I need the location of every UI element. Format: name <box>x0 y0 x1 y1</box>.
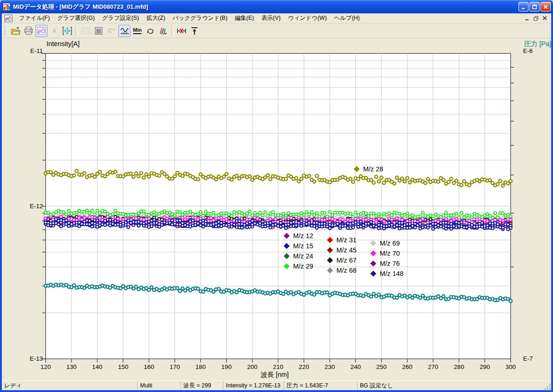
left-tick-e13: E-13 <box>29 355 43 362</box>
title-bar[interactable]: MIDデータ処理 - [MIDグラフ MID080723_01.mfd] <box>0 0 553 13</box>
fit-view-button[interactable] <box>61 25 73 37</box>
menu-g[interactable]: グラフ選択(G) <box>53 14 98 22</box>
mdi-window-buttons <box>524 15 551 22</box>
menu-z[interactable]: 拡大(Z) <box>143 14 169 22</box>
maximize-button[interactable] <box>529 2 540 12</box>
svg-text:300: 300 <box>506 363 516 370</box>
redraw-icon <box>145 26 155 36</box>
svg-text:230: 230 <box>324 363 335 370</box>
menu-w[interactable]: ウィンドウ(W) <box>284 14 330 22</box>
document-icon[interactable] <box>5 15 12 22</box>
data-list-button[interactable] <box>93 25 105 37</box>
svg-text:150: 150 <box>118 363 129 370</box>
legend-label: M/z 148 <box>380 270 404 277</box>
menu-b[interactable]: バックグラウンド(B) <box>169 14 231 22</box>
left-tick-e11: E-11 <box>30 47 43 54</box>
mdi-restore-button[interactable] <box>532 15 540 22</box>
series-label-text: M/z 28 <box>363 165 383 173</box>
menu-s[interactable]: グラフ設定(S) <box>99 14 143 22</box>
legend-label: M/z 29 <box>293 263 313 270</box>
svg-text:130: 130 <box>66 363 77 370</box>
temp-display-glyph: C° <box>108 28 115 34</box>
x-axis-title: 波長 [nm] <box>260 371 288 378</box>
legend-label: M/z 45 <box>336 246 357 254</box>
background-button[interactable] <box>157 25 169 37</box>
up-icon <box>189 26 200 36</box>
menu-f[interactable]: ファイル(F) <box>15 14 53 22</box>
toolbar-separator <box>171 26 173 36</box>
legend-label: M/z 70 <box>380 250 400 257</box>
grid-toggle-button <box>80 25 92 37</box>
legend-label: M/z 76 <box>380 260 400 267</box>
client-area: ファイル(F)グラフ選択(G)グラフ設定(S)拡大(Z)バックグラウンド(B)編… <box>0 13 553 390</box>
svg-text:240: 240 <box>350 363 361 370</box>
close-button[interactable] <box>541 2 551 12</box>
wave-display-button[interactable] <box>118 25 130 37</box>
menu-h[interactable]: ヘルプ(H) <box>330 14 364 22</box>
temp-display-button: C° <box>106 25 118 37</box>
menu-bar: ファイル(F)グラフ選択(G)グラフ設定(S)拡大(Z)バックグラウンド(B)編… <box>2 13 551 23</box>
clearx-icon <box>176 26 187 36</box>
legend-label: M/z 69 <box>380 240 400 247</box>
svg-text:180: 180 <box>195 363 206 370</box>
toolbar-grip[interactable] <box>5 26 7 36</box>
minimize-button[interactable] <box>518 2 529 12</box>
graph-icon <box>36 26 47 36</box>
menu-v[interactable]: 表示(V) <box>258 14 284 22</box>
print-icon <box>24 26 34 36</box>
svg-text:220: 220 <box>299 363 309 370</box>
wave-icon <box>119 26 129 36</box>
legend-label: M/z 12 <box>293 232 313 240</box>
svg-text:250: 250 <box>376 363 387 370</box>
svg-text:190: 190 <box>221 363 232 370</box>
graph-display-button[interactable] <box>35 25 47 37</box>
legend-label: M/z 31 <box>336 236 357 244</box>
export-up-button[interactable] <box>188 25 200 37</box>
svg-text:270: 270 <box>428 363 439 370</box>
mdi-minimize-button[interactable] <box>524 15 531 22</box>
redraw-button[interactable] <box>144 25 156 37</box>
svg-text:140: 140 <box>92 363 103 370</box>
svg-text:280: 280 <box>454 363 465 370</box>
svg-text:260: 260 <box>402 363 413 370</box>
toolbar: ¥C°Min <box>2 23 551 38</box>
mid-graph[interactable]: Intensity[A]圧力 [Pa]E-11E-12E-13E-6E-7120… <box>2 38 553 383</box>
left-tick-e12: E-12 <box>29 203 43 210</box>
min-scale-button[interactable]: Min <box>131 25 143 37</box>
clear-region-button[interactable] <box>176 25 188 37</box>
app-icon <box>3 3 11 11</box>
open-icon <box>11 26 21 36</box>
legend-label: M/z 15 <box>293 242 313 250</box>
marker-cursor-button: ¥ <box>48 25 60 37</box>
app-window: MIDデータ処理 - [MIDグラフ MID080723_01.mfd] ファイ… <box>0 0 553 392</box>
svg-text:210: 210 <box>273 363 283 370</box>
toolbar-separator <box>76 26 77 36</box>
min-scale-glyph: Min <box>133 28 142 34</box>
right-tick-e6: E-6 <box>523 47 533 54</box>
right-tick-e7: E-7 <box>523 355 533 362</box>
gridlines <box>46 53 511 359</box>
legend-label: M/z 67 <box>336 257 357 264</box>
menu-items: ファイル(F)グラフ選択(G)グラフ設定(S)拡大(Z)バックグラウンド(B)編… <box>15 14 364 22</box>
svg-text:120: 120 <box>41 363 51 370</box>
svg-text:160: 160 <box>144 363 154 370</box>
fit-icon <box>62 26 72 36</box>
svg-text:170: 170 <box>170 363 180 370</box>
svg-text:290: 290 <box>480 363 490 370</box>
right-axis-title: 圧力 [Pa] <box>524 40 551 47</box>
hlines-icon <box>94 26 104 36</box>
legend-label: M/z 24 <box>293 252 313 260</box>
svg-text:200: 200 <box>247 363 258 370</box>
mdi-close-button[interactable] <box>541 15 548 22</box>
menu-e[interactable]: 編集(E) <box>231 14 258 22</box>
brush-icon <box>158 26 168 36</box>
x-tick-labels: 1201301401501601701801902002102202302402… <box>41 363 516 370</box>
legend-label: M/z 68 <box>336 267 357 274</box>
left-axis-title: Intensity[A] <box>47 40 80 47</box>
open-file-button[interactable] <box>10 25 22 37</box>
marker-cursor-glyph: ¥ <box>53 28 56 34</box>
print-button[interactable] <box>23 25 35 37</box>
chart-area: Intensity[A]圧力 [Pa]E-11E-12E-13E-6E-7120… <box>2 38 551 380</box>
resize-grip[interactable] <box>544 383 551 390</box>
grid-icon <box>81 26 91 36</box>
